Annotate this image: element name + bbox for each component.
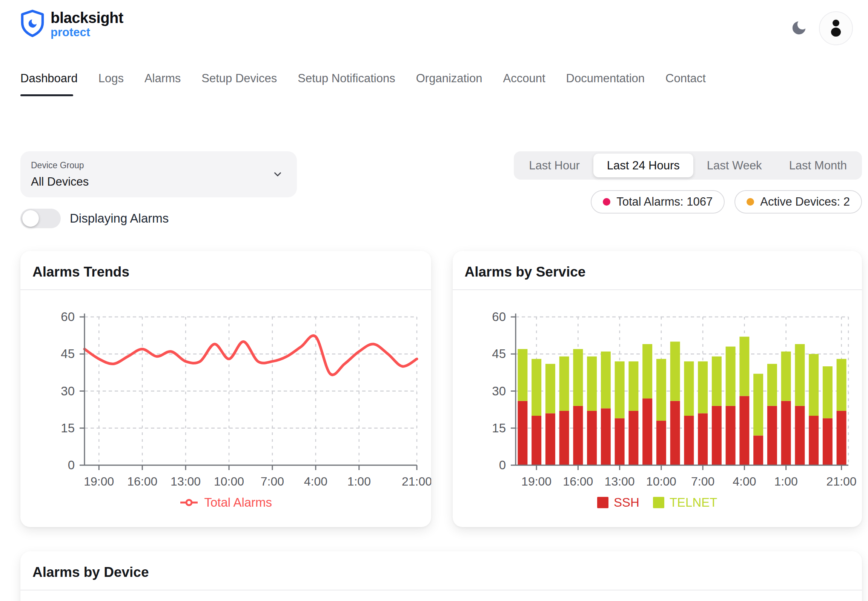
svg-text:13:00: 13:00 [171,475,201,488]
filters-row: Device Group All Devices Displaying Alar… [20,151,862,228]
alarms-by-device-title: Alarms by Device [20,551,862,590]
brand-logo: blacksight protect [20,9,123,39]
alarms-by-service-card: Alarms by Service 01530456019:0016:0013:… [453,251,862,527]
svg-text:19:00: 19:00 [84,475,114,488]
alarms-trends-card: Alarms Trends 01530456019:0016:0013:0010… [20,251,431,527]
legend-ssh: SSH [597,495,639,510]
time-range-segmented-control: Last Hour Last 24 Hours Last Week Last M… [514,151,862,180]
nav-item-organization[interactable]: Organization [416,72,482,96]
svg-text:1:00: 1:00 [774,475,797,488]
svg-text:30: 30 [492,384,506,398]
filters-right: Last Hour Last 24 Hours Last Week Last M… [514,151,862,214]
svg-text:15: 15 [492,421,506,435]
svg-text:7:00: 7:00 [261,475,284,488]
svg-text:13:00: 13:00 [604,475,634,488]
filters-left: Device Group All Devices Displaying Alar… [20,151,297,228]
svg-text:0: 0 [68,458,75,472]
nav-item-logs[interactable]: Logs [98,72,124,96]
ssh-series-swatch-icon [597,497,608,508]
nav-item-documentation[interactable]: Documentation [566,72,645,96]
alarms-by-service-chart: 01530456019:0016:0013:0010:007:004:001:0… [453,290,862,494]
legend-telnet: TELNET [653,495,717,510]
device-group-texts: Device Group All Devices [31,160,89,197]
svg-text:4:00: 4:00 [733,475,756,488]
nav-item-setup-notifications[interactable]: Setup Notifications [298,72,395,96]
device-group-label: Device Group [31,160,89,171]
nav-item-setup-devices[interactable]: Setup Devices [201,72,277,96]
badge: Active Devices: 2 [734,190,862,214]
badge-dot [747,198,754,206]
svg-text:10:00: 10:00 [646,475,676,488]
moon-icon [790,19,808,38]
alarms-trends-chart: 01530456019:0016:0013:0010:007:004:001:0… [20,290,431,494]
brand-name: blacksight [51,10,123,25]
theme-toggle-button[interactable] [790,19,808,38]
svg-text:60: 60 [61,310,75,324]
brand-subtitle: protect [51,26,123,38]
summary-badges: Total Alarms: 1067 Active Devices: 2 [591,190,862,214]
device-group-select[interactable]: Device Group All Devices [20,151,297,197]
svg-text:60: 60 [492,310,506,324]
alarms-by-service-legend: SSH TELNET [453,495,862,510]
person-icon [828,18,844,39]
svg-text:1:00: 1:00 [347,475,371,488]
time-range-last-hour[interactable]: Last Hour [515,154,593,177]
displaying-alarms-toggle[interactable] [20,209,61,228]
displaying-alarms-label: Displaying Alarms [70,211,169,226]
svg-text:19:00: 19:00 [521,475,552,488]
svg-text:16:00: 16:00 [563,475,593,488]
toggle-knob [22,210,39,227]
active-devices-badge-label: Active Devices: 2 [760,195,850,209]
svg-text:7:00: 7:00 [691,475,714,488]
svg-text:21:00: 21:00 [826,475,856,488]
time-range-last-month[interactable]: Last Month [776,154,860,177]
svg-text:21:00: 21:00 [402,475,431,488]
nav-item-contact[interactable]: Contact [665,72,706,96]
badge: Total Alarms: 1067 [591,190,725,214]
charts-row: Alarms Trends 01530456019:0016:0013:0010… [20,251,862,527]
svg-text:45: 45 [61,347,75,361]
telnet-series-swatch-icon [653,497,664,508]
header-actions [790,11,853,45]
time-range-last-week[interactable]: Last Week [693,154,776,177]
user-menu-button[interactable] [819,11,853,45]
displaying-alarms-row: Displaying Alarms [20,209,297,228]
device-group-value: All Devices [31,175,89,189]
brand-text: blacksight protect [51,10,123,38]
line-series-marker-icon [179,498,199,507]
chevron-down-icon [272,169,283,197]
svg-text:16:00: 16:00 [127,475,157,488]
svg-text:30: 30 [61,384,75,398]
app-header: blacksight protect [0,0,868,45]
svg-text:0: 0 [499,458,505,472]
main-nav: Dashboard Logs Alarms Setup Devices Setu… [0,72,868,96]
svg-text:10:00: 10:00 [214,475,244,488]
badge-dot [603,198,610,206]
alarms-by-device-card: Alarms by Device [20,551,862,601]
nav-item-account[interactable]: Account [503,72,545,96]
nav-item-alarms[interactable]: Alarms [144,72,181,96]
telnet-series-label: TELNET [670,495,717,510]
alarms-trends-legend: Total Alarms [20,495,431,510]
svg-text:45: 45 [492,347,506,361]
svg-text:15: 15 [61,421,75,435]
dashboard-page: blacksight protect [0,0,868,601]
time-range-last-24-hours[interactable]: Last 24 Hours [593,154,693,177]
shield-icon [20,9,45,39]
line-series-label: Total Alarms [204,495,272,510]
total-alarms-badge-label: Total Alarms: 1067 [616,195,713,209]
nav-item-dashboard[interactable]: Dashboard [20,72,78,96]
ssh-series-label: SSH [614,495,639,510]
svg-text:4:00: 4:00 [304,475,327,488]
alarms-trends-title: Alarms Trends [20,251,431,290]
alarms-by-service-title: Alarms by Service [453,251,862,290]
